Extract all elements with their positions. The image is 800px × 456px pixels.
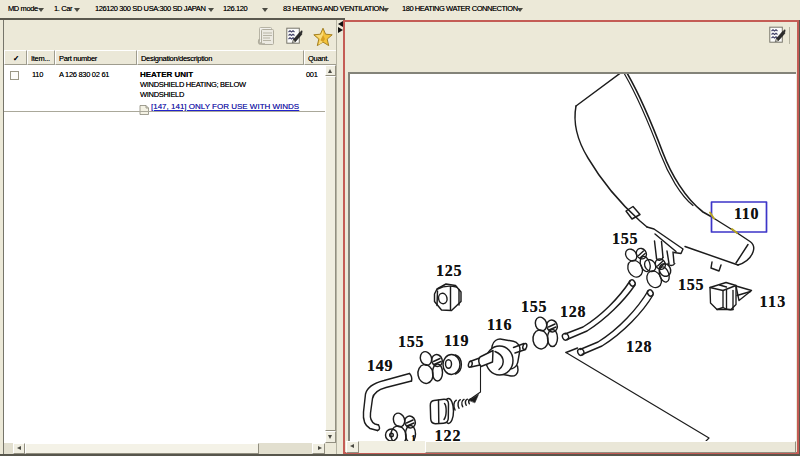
svg-text:149: 149 [367,357,393,374]
svg-text:116: 116 [487,316,512,333]
svg-text:155: 155 [612,230,638,247]
svg-text:155: 155 [398,333,424,350]
svg-text:122: 122 [435,427,462,441]
svg-text:155: 155 [678,276,704,293]
svg-text:119: 119 [444,332,469,349]
svg-text:125: 125 [436,262,462,279]
svg-text:128: 128 [560,303,586,320]
svg-text:155: 155 [521,298,547,315]
svg-text:113: 113 [760,293,787,310]
svg-text:128: 128 [626,338,652,355]
svg-text:1: 1 [411,433,416,441]
svg-text:110: 110 [734,205,759,222]
